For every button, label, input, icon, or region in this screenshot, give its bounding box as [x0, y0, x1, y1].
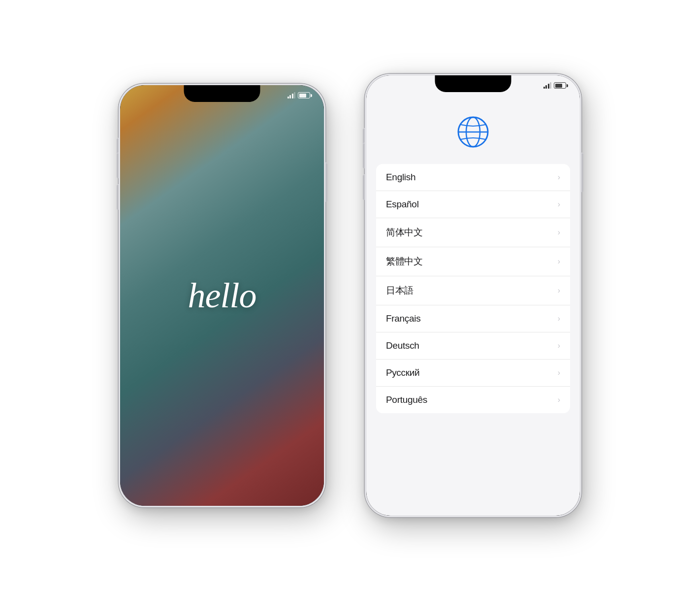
status-bar: [120, 92, 324, 98]
language-name: Português: [386, 394, 427, 405]
language-name: English: [386, 172, 415, 183]
chevron-right-icon: ›: [558, 286, 560, 295]
language-item-portuguese[interactable]: Português›: [376, 387, 570, 413]
language-item-french[interactable]: Français›: [376, 305, 570, 332]
chevron-right-icon: ›: [558, 200, 560, 209]
globe-icon: [456, 115, 490, 149]
language-item-english[interactable]: English›: [376, 164, 570, 191]
status-icons: [543, 82, 567, 89]
hello-text: hello: [188, 275, 256, 316]
chevron-right-icon: ›: [558, 341, 560, 350]
language-name: 简体中文: [386, 226, 423, 239]
language-item-traditional-chinese[interactable]: 繁體中文›: [376, 247, 570, 276]
signal-icon: [543, 82, 552, 89]
phone-language: English›Español›简体中文›繁體中文›日本語›Français›D…: [365, 74, 581, 517]
battery-icon: [554, 82, 566, 89]
language-item-simplified-chinese[interactable]: 简体中文›: [376, 218, 570, 247]
language-item-russian[interactable]: Русский›: [376, 360, 570, 387]
hello-screen: hello: [120, 85, 324, 506]
volume-up-button[interactable]: [363, 143, 365, 168]
mute-button[interactable]: [363, 128, 365, 145]
chevron-right-icon: ›: [558, 368, 560, 377]
volume-down-button[interactable]: [117, 184, 119, 210]
chevron-right-icon: ›: [558, 173, 560, 182]
volume-down-button[interactable]: [363, 174, 365, 200]
language-name: Deutsch: [386, 340, 419, 351]
power-button[interactable]: [325, 163, 327, 202]
language-list-container: English›Español›简体中文›繁體中文›日本語›Français›D…: [366, 164, 580, 516]
language-item-german[interactable]: Deutsch›: [376, 332, 570, 360]
power-button[interactable]: [581, 153, 583, 192]
mute-button[interactable]: [117, 138, 119, 155]
volume-up-button[interactable]: [117, 153, 119, 178]
status-bar: [366, 82, 580, 89]
language-name: Русский: [386, 367, 419, 378]
language-item-espanol[interactable]: Español›: [376, 191, 570, 218]
battery-fill: [555, 84, 562, 88]
battery-fill: [299, 94, 306, 98]
language-name: 日本語: [386, 284, 414, 297]
chevron-right-icon: ›: [558, 314, 560, 323]
status-icons: [287, 92, 311, 98]
language-screen: English›Español›简体中文›繁體中文›日本語›Français›D…: [366, 75, 580, 516]
language-name: Français: [386, 313, 420, 324]
language-list: English›Español›简体中文›繁體中文›日本語›Français›D…: [376, 164, 570, 413]
language-name: 繁體中文: [386, 255, 423, 268]
chevron-right-icon: ›: [558, 395, 560, 404]
battery-icon: [298, 92, 310, 98]
language-item-japanese[interactable]: 日本語›: [376, 276, 570, 305]
chevron-right-icon: ›: [558, 228, 560, 237]
language-name: Español: [386, 199, 419, 210]
phone-hello: hello: [119, 84, 325, 507]
chevron-right-icon: ›: [558, 257, 560, 266]
signal-icon: [287, 92, 296, 98]
